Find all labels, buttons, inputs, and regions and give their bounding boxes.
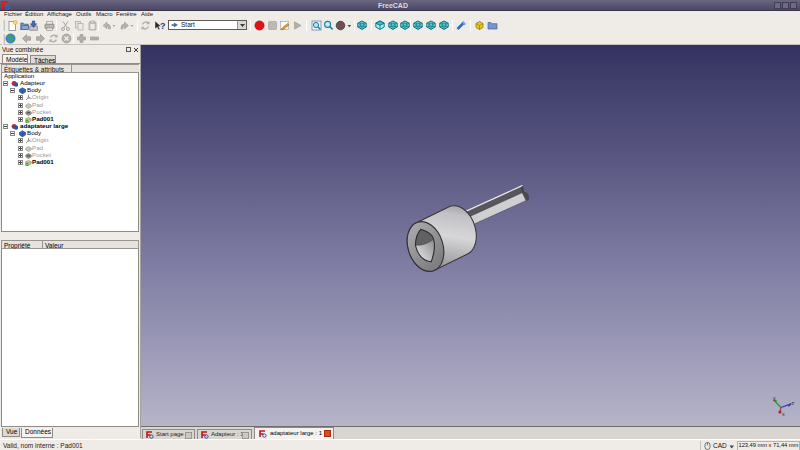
svg-text:?: ? [160,21,166,31]
svg-text:z: z [792,400,795,406]
svg-text:x: x [782,411,785,417]
svg-text:y: y [773,395,776,401]
